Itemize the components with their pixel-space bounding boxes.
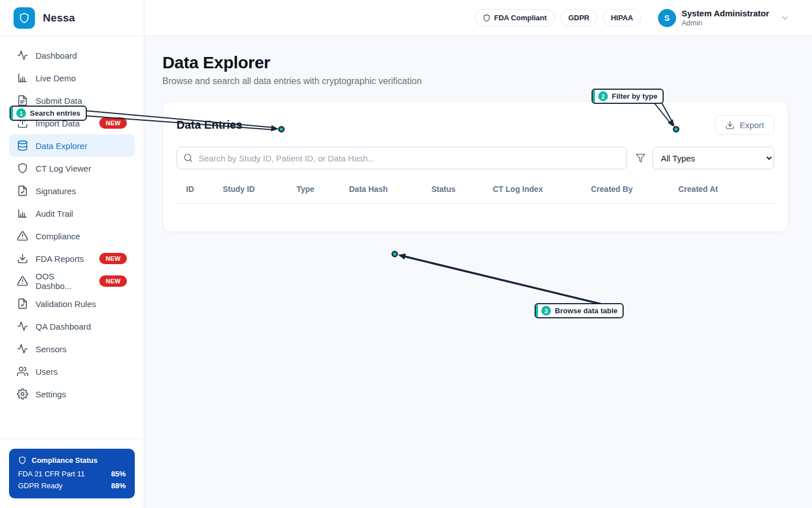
sidebar-nav: Dashboard Live Demo Submit Data Import D…: [0, 36, 144, 439]
sidebar-item-label: Validation Rules: [36, 299, 96, 309]
sidebar-item-label: Dashboard: [36, 51, 77, 60]
column-header: Study ID: [223, 185, 297, 194]
table-header-row: ID Study ID Type Data Hash Status CT Log…: [176, 185, 774, 204]
annotation-label: Browse data table: [555, 306, 617, 315]
page-title: Data Explorer: [162, 53, 788, 72]
user-menu[interactable]: S System Administrator Admin: [658, 8, 789, 28]
sidebar-item-label: OOS Dashbo...: [36, 271, 92, 291]
search-input[interactable]: [176, 147, 627, 169]
alert-triangle-icon: [17, 275, 28, 287]
bar-chart-icon: [17, 208, 28, 219]
sidebar-item-ct-log-viewer[interactable]: CT Log Viewer: [9, 157, 135, 179]
compliance-row-label: FDA 21 CFR Part 11: [18, 470, 85, 478]
annotation-browse-data-table: 3 Browse data table: [535, 303, 624, 318]
badge-label: FDA Compliant: [494, 14, 546, 22]
user-role: Admin: [682, 19, 769, 28]
compliance-row-value: 88%: [111, 481, 126, 490]
gdpr-badge: GDPR: [561, 9, 598, 27]
annotation-number: 2: [598, 91, 608, 101]
new-badge: NEW: [99, 117, 127, 129]
user-name: System Administrator: [682, 8, 769, 19]
compliance-card-title: Compliance Status: [32, 456, 98, 465]
page-subtitle: Browse and search all data entries with …: [162, 76, 788, 86]
annotation-number: 3: [541, 306, 551, 316]
download-icon: [725, 120, 735, 130]
compliance-row: FDA 21 CFR Part 11 85%: [18, 470, 126, 478]
column-header: Status: [431, 185, 493, 194]
sidebar-item-compliance[interactable]: Compliance: [9, 225, 135, 247]
database-icon: [17, 140, 28, 151]
file-text-icon: [17, 95, 28, 106]
search-icon: [183, 153, 193, 163]
shield-icon: [18, 456, 27, 465]
empty-table-body: [176, 204, 774, 218]
annotation-label: Search entries: [30, 109, 81, 117]
annotation-filter-by-type: 2 Filter by type: [592, 89, 664, 104]
export-button-label: Export: [740, 120, 764, 130]
column-header: CT Log Index: [493, 185, 591, 194]
new-badge: NEW: [99, 275, 127, 287]
column-header: Data Hash: [349, 185, 431, 194]
sidebar-item-signatures[interactable]: Signatures: [9, 179, 135, 202]
alert-triangle-icon: [17, 230, 28, 242]
annotation-label: Filter by type: [612, 92, 657, 100]
filter-funnel-icon: [636, 153, 646, 163]
sidebar-footer: Compliance Status FDA 21 CFR Part 11 85%…: [0, 439, 144, 508]
activity-icon: [17, 321, 28, 332]
sidebar-item-label: Live Demo: [36, 73, 76, 83]
sidebar-item-label: Signatures: [36, 186, 76, 196]
export-button[interactable]: Export: [715, 115, 774, 135]
main-content: Data Explorer Browse and search all data…: [144, 36, 812, 232]
sidebar-item-label: CT Log Viewer: [36, 164, 91, 173]
users-icon: [17, 366, 28, 377]
activity-icon: [17, 343, 28, 354]
fda-compliant-badge: FDA Compliant: [475, 9, 554, 27]
sidebar-item-sensors[interactable]: Sensors: [9, 338, 135, 360]
sidebar-item-fda-reports[interactable]: FDA Reports NEW: [9, 247, 135, 270]
shield-icon: [483, 14, 491, 22]
chevron-down-icon: [780, 14, 789, 23]
avatar: S: [658, 9, 676, 27]
sidebar: Nessa Dashboard Live Demo Submit Data Im…: [0, 0, 144, 508]
shield-icon: [17, 163, 28, 174]
sidebar-item-label: Submit Data: [36, 96, 82, 106]
column-header: ID: [186, 185, 223, 194]
topbar: FDA Compliant GDPR HIPAA S System Admini…: [144, 0, 812, 36]
sidebar-item-label: Audit Trail: [36, 209, 73, 218]
type-filter-select[interactable]: All Types: [652, 147, 774, 169]
sidebar-item-label: FDA Reports: [36, 254, 84, 264]
column-header: Type: [297, 185, 349, 194]
column-header: Created At: [678, 185, 774, 194]
sidebar-item-oos-dashboard[interactable]: OOS Dashbo... NEW: [9, 270, 135, 292]
sidebar-item-data-explorer[interactable]: Data Explorer: [9, 134, 135, 157]
download-icon: [17, 253, 28, 264]
sidebar-item-label: Settings: [36, 389, 66, 399]
gear-icon: [17, 388, 28, 400]
brand: Nessa: [0, 0, 144, 36]
compliance-row: GDPR Ready 88%: [18, 481, 126, 490]
sidebar-item-label: Compliance: [36, 231, 80, 241]
sidebar-item-qa-dashboard[interactable]: QA Dashboard: [9, 315, 135, 338]
annotation-search-entries: 1 Search entries: [10, 106, 87, 121]
bar-chart-icon: [17, 72, 28, 84]
sidebar-item-dashboard[interactable]: Dashboard: [9, 44, 135, 67]
badge-label: GDPR: [568, 14, 590, 22]
brand-shield-icon: [14, 7, 35, 29]
card-title: Data Entries: [176, 119, 242, 132]
sidebar-item-audit-trail[interactable]: Audit Trail: [9, 202, 135, 225]
file-check-icon: [17, 298, 28, 309]
brand-name: Nessa: [43, 12, 75, 24]
compliance-status-card: Compliance Status FDA 21 CFR Part 11 85%…: [9, 449, 135, 498]
compliance-row-label: GDPR Ready: [18, 481, 63, 490]
file-check-icon: [17, 185, 28, 196]
sidebar-item-validation-rules[interactable]: Validation Rules: [9, 292, 135, 315]
sidebar-item-label: QA Dashboard: [36, 322, 91, 331]
sidebar-item-users[interactable]: Users: [9, 360, 135, 383]
data-entries-card: Data Entries Export All Types ID Study: [162, 101, 788, 232]
sidebar-item-live-demo[interactable]: Live Demo: [9, 67, 135, 89]
new-badge: NEW: [99, 253, 127, 264]
badge-label: HIPAA: [611, 14, 633, 22]
sidebar-item-settings[interactable]: Settings: [9, 383, 135, 405]
column-header: Created By: [591, 185, 678, 194]
compliance-row-value: 85%: [111, 470, 126, 478]
